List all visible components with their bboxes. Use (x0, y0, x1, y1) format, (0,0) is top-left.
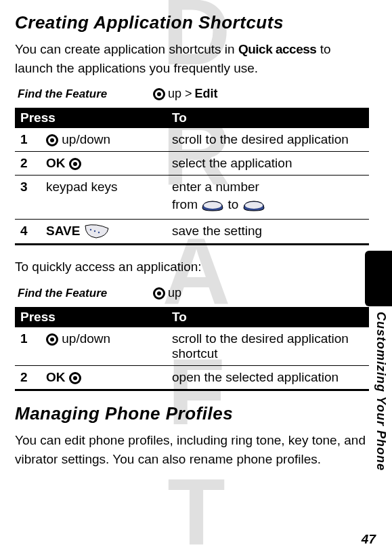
nav-sequence-1: up > Edit (153, 87, 218, 101)
svg-point-0 (204, 202, 221, 209)
find-feature-row-1: Find the Feature up > Edit (18, 87, 369, 101)
nav-ring-icon (46, 134, 58, 146)
step-press: up/down (41, 128, 167, 152)
table2-header-row: Press To (15, 307, 369, 327)
from-label: from (172, 197, 198, 211)
step-num: 2 (15, 152, 41, 176)
step-press: OK (41, 366, 167, 390)
nav2-text: up (168, 286, 181, 300)
steps-table-2: Press To 1 up/down scroll to the desired… (15, 307, 369, 391)
table2-header-press: Press (15, 307, 167, 327)
find-feature-label-1: Find the Feature (18, 87, 153, 101)
table-row: 4 SAVE save the setting (15, 220, 369, 245)
table-row: 1 up/down scroll to the desired applicat… (15, 128, 369, 152)
table-row: 2 OK select the application (15, 152, 369, 176)
nav1-text-bold: Edit (195, 87, 218, 101)
step-to: save the setting (167, 220, 369, 245)
thumb-tab (365, 251, 392, 306)
table2-header-to: To (167, 307, 369, 327)
step-num: 1 (15, 128, 41, 152)
step-to: scroll to the desired application shortc… (167, 327, 369, 366)
ok-label: OK (46, 156, 66, 170)
heading-creating-shortcuts: Creating Application Shortcuts (15, 12, 369, 33)
step-num: 4 (15, 220, 41, 245)
table1-header-press: Press (15, 108, 167, 128)
table-row: 1 up/down scroll to the desired applicat… (15, 327, 369, 366)
intro-paragraph-1: You can create application shortcuts in … (15, 40, 369, 77)
intro1-part-a: You can create application shortcuts in (15, 42, 238, 56)
heading-managing-profiles: Managing Phone Profiles (15, 403, 369, 424)
table-row: 3 keypad keys enter a number from to (15, 176, 369, 220)
page-content: Creating Application Shortcuts You can c… (0, 0, 392, 468)
step-press: SAVE (41, 220, 167, 245)
svg-point-1 (245, 202, 263, 209)
nav-ring-icon (153, 287, 165, 300)
svg-point-4 (97, 232, 99, 233)
step-to: select the application (167, 152, 369, 176)
page-number: 47 (362, 532, 376, 547)
table1-header-row: Press To (15, 108, 369, 128)
steps-table-1: Press To 1 up/down scroll to the desired… (15, 108, 369, 245)
key-9-icon (242, 199, 265, 212)
step-to-line1: enter a number (172, 180, 364, 194)
press-label: up/down (62, 132, 110, 146)
nav1-text-a: up > (168, 87, 192, 101)
step-press: OK (41, 152, 167, 176)
table1-header-to: To (167, 108, 369, 128)
intro1-bold: Quick access (238, 42, 316, 56)
find-feature-label-2: Find the Feature (18, 287, 153, 300)
mid-paragraph: To quickly access an application: (15, 258, 369, 276)
to-label: to (228, 197, 239, 211)
svg-point-2 (89, 229, 91, 230)
save-label: SAVE (46, 224, 80, 238)
step-to-line2: from to (172, 194, 364, 215)
find-feature-row-2: Find the Feature up (18, 286, 369, 300)
section-side-label: Customizing Your Phone (374, 312, 388, 471)
nav-ring-icon (69, 372, 81, 384)
step-num: 3 (15, 176, 41, 220)
nav-sequence-2: up (153, 286, 181, 300)
svg-point-3 (93, 230, 95, 232)
step-press: keypad keys (41, 176, 167, 220)
step-to: open the selected application (167, 366, 369, 390)
step-num: 2 (15, 366, 41, 390)
press-label: up/down (62, 331, 110, 346)
step-to: scroll to the desired application (167, 128, 369, 152)
step-press: up/down (41, 327, 167, 366)
nav-ring-icon (153, 88, 165, 100)
intro-paragraph-2: You can edit phone profiles, including r… (15, 431, 369, 468)
key-1-icon (201, 199, 224, 212)
softkey-icon (84, 224, 110, 239)
ok-label: OK (46, 370, 66, 384)
nav-ring-icon (69, 158, 81, 170)
table-row: 2 OK open the selected application (15, 366, 369, 390)
step-to: enter a number from to (167, 176, 369, 220)
nav-ring-icon (46, 333, 58, 346)
step-num: 1 (15, 327, 41, 366)
